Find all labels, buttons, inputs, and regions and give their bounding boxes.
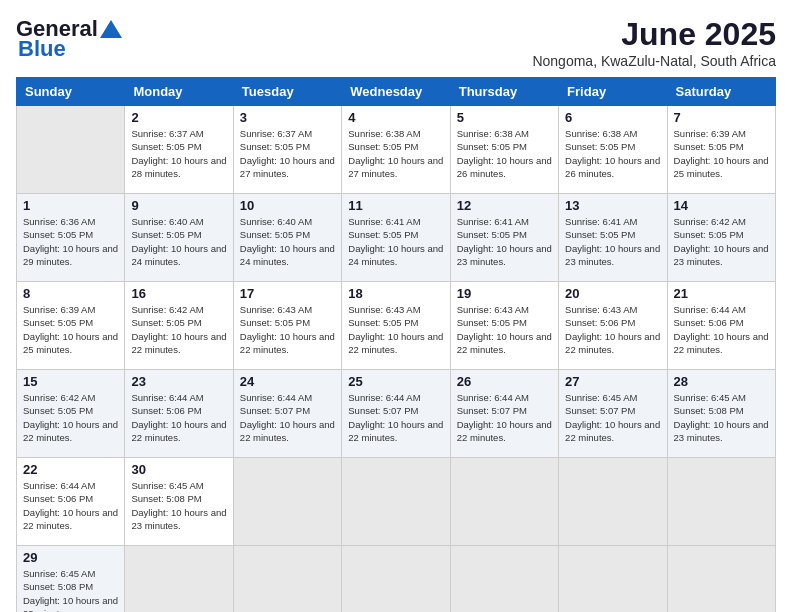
calendar-day-cell: 2 Sunrise: 6:37 AM Sunset: 5:05 PM Dayli… xyxy=(125,106,233,194)
calendar-day-cell xyxy=(559,458,667,546)
day-number: 27 xyxy=(565,374,660,389)
day-number: 28 xyxy=(674,374,769,389)
day-number: 24 xyxy=(240,374,335,389)
day-number: 29 xyxy=(23,550,118,565)
calendar: SundayMondayTuesdayWednesdayThursdayFrid… xyxy=(16,77,776,612)
day-number: 18 xyxy=(348,286,443,301)
day-number: 7 xyxy=(674,110,769,125)
day-number: 16 xyxy=(131,286,226,301)
day-info: Sunrise: 6:44 AM Sunset: 5:07 PM Dayligh… xyxy=(457,391,552,444)
day-info: Sunrise: 6:36 AM Sunset: 5:05 PM Dayligh… xyxy=(23,215,118,268)
day-info: Sunrise: 6:38 AM Sunset: 5:05 PM Dayligh… xyxy=(457,127,552,180)
day-info: Sunrise: 6:40 AM Sunset: 5:05 PM Dayligh… xyxy=(240,215,335,268)
day-number: 14 xyxy=(674,198,769,213)
calendar-week-row: 22 Sunrise: 6:44 AM Sunset: 5:06 PM Dayl… xyxy=(17,458,776,546)
calendar-day-cell: 8 Sunrise: 6:39 AM Sunset: 5:05 PM Dayli… xyxy=(17,282,125,370)
title-area: June 2025 Nongoma, KwaZulu-Natal, South … xyxy=(532,16,776,69)
calendar-day-cell: 13 Sunrise: 6:41 AM Sunset: 5:05 PM Dayl… xyxy=(559,194,667,282)
day-info: Sunrise: 6:42 AM Sunset: 5:05 PM Dayligh… xyxy=(23,391,118,444)
calendar-day-cell: 5 Sunrise: 6:38 AM Sunset: 5:05 PM Dayli… xyxy=(450,106,558,194)
calendar-day-cell: 30 Sunrise: 6:45 AM Sunset: 5:08 PM Dayl… xyxy=(125,458,233,546)
day-info: Sunrise: 6:43 AM Sunset: 5:05 PM Dayligh… xyxy=(240,303,335,356)
day-number: 19 xyxy=(457,286,552,301)
logo-icon xyxy=(100,18,122,40)
calendar-day-cell xyxy=(233,458,341,546)
calendar-day-cell: 4 Sunrise: 6:38 AM Sunset: 5:05 PM Dayli… xyxy=(342,106,450,194)
day-number: 10 xyxy=(240,198,335,213)
calendar-header-cell: Saturday xyxy=(667,78,775,106)
day-info: Sunrise: 6:41 AM Sunset: 5:05 PM Dayligh… xyxy=(565,215,660,268)
calendar-day-cell: 11 Sunrise: 6:41 AM Sunset: 5:05 PM Dayl… xyxy=(342,194,450,282)
day-number: 11 xyxy=(348,198,443,213)
day-number: 26 xyxy=(457,374,552,389)
day-number: 13 xyxy=(565,198,660,213)
day-number: 17 xyxy=(240,286,335,301)
calendar-week-row: 8 Sunrise: 6:39 AM Sunset: 5:05 PM Dayli… xyxy=(17,282,776,370)
calendar-day-cell: 19 Sunrise: 6:43 AM Sunset: 5:05 PM Dayl… xyxy=(450,282,558,370)
day-info: Sunrise: 6:43 AM Sunset: 5:05 PM Dayligh… xyxy=(348,303,443,356)
calendar-header-row: SundayMondayTuesdayWednesdayThursdayFrid… xyxy=(17,78,776,106)
day-info: Sunrise: 6:43 AM Sunset: 5:05 PM Dayligh… xyxy=(457,303,552,356)
day-info: Sunrise: 6:45 AM Sunset: 5:08 PM Dayligh… xyxy=(23,567,118,612)
calendar-day-cell xyxy=(233,546,341,613)
day-info: Sunrise: 6:41 AM Sunset: 5:05 PM Dayligh… xyxy=(348,215,443,268)
calendar-day-cell xyxy=(450,546,558,613)
calendar-day-cell: 12 Sunrise: 6:41 AM Sunset: 5:05 PM Dayl… xyxy=(450,194,558,282)
calendar-week-row: 1 Sunrise: 6:36 AM Sunset: 5:05 PM Dayli… xyxy=(17,194,776,282)
day-number: 1 xyxy=(23,198,118,213)
calendar-day-cell: 26 Sunrise: 6:44 AM Sunset: 5:07 PM Dayl… xyxy=(450,370,558,458)
calendar-day-cell: 9 Sunrise: 6:40 AM Sunset: 5:05 PM Dayli… xyxy=(125,194,233,282)
calendar-day-cell: 3 Sunrise: 6:37 AM Sunset: 5:05 PM Dayli… xyxy=(233,106,341,194)
day-number: 12 xyxy=(457,198,552,213)
day-number: 8 xyxy=(23,286,118,301)
calendar-day-cell: 24 Sunrise: 6:44 AM Sunset: 5:07 PM Dayl… xyxy=(233,370,341,458)
day-number: 15 xyxy=(23,374,118,389)
day-info: Sunrise: 6:41 AM Sunset: 5:05 PM Dayligh… xyxy=(457,215,552,268)
day-info: Sunrise: 6:39 AM Sunset: 5:05 PM Dayligh… xyxy=(23,303,118,356)
day-number: 6 xyxy=(565,110,660,125)
day-info: Sunrise: 6:44 AM Sunset: 5:07 PM Dayligh… xyxy=(240,391,335,444)
calendar-day-cell xyxy=(125,546,233,613)
calendar-day-cell: 27 Sunrise: 6:45 AM Sunset: 5:07 PM Dayl… xyxy=(559,370,667,458)
day-info: Sunrise: 6:42 AM Sunset: 5:05 PM Dayligh… xyxy=(674,215,769,268)
calendar-header-cell: Monday xyxy=(125,78,233,106)
day-info: Sunrise: 6:45 AM Sunset: 5:07 PM Dayligh… xyxy=(565,391,660,444)
calendar-day-cell: 1 Sunrise: 6:36 AM Sunset: 5:05 PM Dayli… xyxy=(17,194,125,282)
day-number: 9 xyxy=(131,198,226,213)
calendar-day-cell: 23 Sunrise: 6:44 AM Sunset: 5:06 PM Dayl… xyxy=(125,370,233,458)
day-info: Sunrise: 6:44 AM Sunset: 5:07 PM Dayligh… xyxy=(348,391,443,444)
calendar-day-cell xyxy=(342,458,450,546)
day-number: 23 xyxy=(131,374,226,389)
day-number: 30 xyxy=(131,462,226,477)
calendar-header-cell: Tuesday xyxy=(233,78,341,106)
calendar-header-cell: Wednesday xyxy=(342,78,450,106)
calendar-day-cell: 16 Sunrise: 6:42 AM Sunset: 5:05 PM Dayl… xyxy=(125,282,233,370)
day-info: Sunrise: 6:40 AM Sunset: 5:05 PM Dayligh… xyxy=(131,215,226,268)
calendar-body: 2 Sunrise: 6:37 AM Sunset: 5:05 PM Dayli… xyxy=(17,106,776,613)
calendar-header-cell: Thursday xyxy=(450,78,558,106)
logo: General Blue xyxy=(16,16,122,62)
calendar-day-cell xyxy=(667,546,775,613)
day-info: Sunrise: 6:44 AM Sunset: 5:06 PM Dayligh… xyxy=(674,303,769,356)
page-subtitle: Nongoma, KwaZulu-Natal, South Africa xyxy=(532,53,776,69)
calendar-day-cell: 28 Sunrise: 6:45 AM Sunset: 5:08 PM Dayl… xyxy=(667,370,775,458)
day-info: Sunrise: 6:38 AM Sunset: 5:05 PM Dayligh… xyxy=(565,127,660,180)
day-info: Sunrise: 6:38 AM Sunset: 5:05 PM Dayligh… xyxy=(348,127,443,180)
calendar-day-cell: 17 Sunrise: 6:43 AM Sunset: 5:05 PM Dayl… xyxy=(233,282,341,370)
day-info: Sunrise: 6:39 AM Sunset: 5:05 PM Dayligh… xyxy=(674,127,769,180)
day-info: Sunrise: 6:45 AM Sunset: 5:08 PM Dayligh… xyxy=(131,479,226,532)
day-info: Sunrise: 6:37 AM Sunset: 5:05 PM Dayligh… xyxy=(131,127,226,180)
day-number: 22 xyxy=(23,462,118,477)
day-info: Sunrise: 6:44 AM Sunset: 5:06 PM Dayligh… xyxy=(23,479,118,532)
calendar-day-cell: 29 Sunrise: 6:45 AM Sunset: 5:08 PM Dayl… xyxy=(17,546,125,613)
calendar-day-cell: 15 Sunrise: 6:42 AM Sunset: 5:05 PM Dayl… xyxy=(17,370,125,458)
day-info: Sunrise: 6:43 AM Sunset: 5:06 PM Dayligh… xyxy=(565,303,660,356)
day-number: 25 xyxy=(348,374,443,389)
calendar-day-cell: 6 Sunrise: 6:38 AM Sunset: 5:05 PM Dayli… xyxy=(559,106,667,194)
calendar-day-cell: 10 Sunrise: 6:40 AM Sunset: 5:05 PM Dayl… xyxy=(233,194,341,282)
calendar-day-cell: 22 Sunrise: 6:44 AM Sunset: 5:06 PM Dayl… xyxy=(17,458,125,546)
calendar-day-cell: 18 Sunrise: 6:43 AM Sunset: 5:05 PM Dayl… xyxy=(342,282,450,370)
calendar-day-cell xyxy=(559,546,667,613)
calendar-day-cell: 21 Sunrise: 6:44 AM Sunset: 5:06 PM Dayl… xyxy=(667,282,775,370)
page-title: June 2025 xyxy=(532,16,776,53)
